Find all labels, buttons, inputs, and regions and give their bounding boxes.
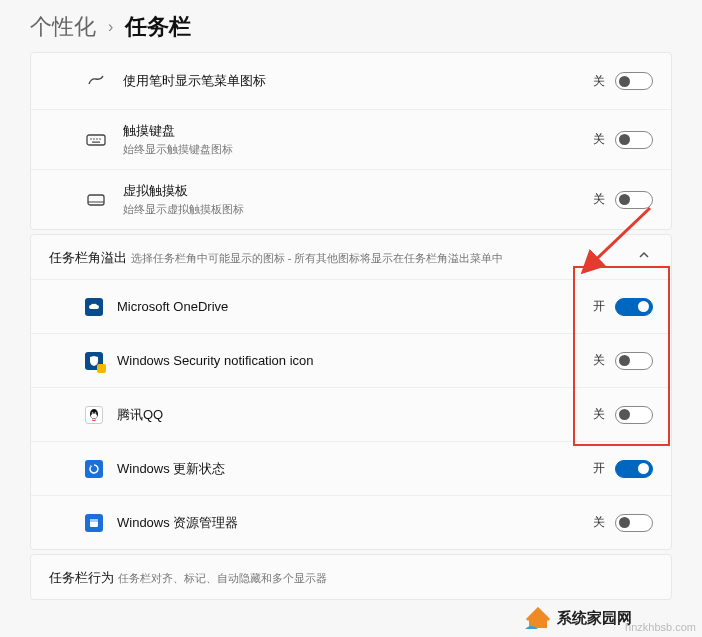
touchpad-icon <box>85 190 107 210</box>
pen-icon <box>85 71 107 91</box>
toggle-state-label: 关 <box>593 131 605 148</box>
watermark: hnzkhbsb.com <box>625 621 696 633</box>
touch-keyboard-toggle[interactable] <box>615 131 653 149</box>
behavior-header[interactable]: 任务栏行为 任务栏对齐、标记、自动隐藏和多个显示器 <box>31 555 671 599</box>
house-icon <box>525 607 551 629</box>
chevron-right-icon: › <box>108 18 113 36</box>
svg-point-2 <box>93 138 95 140</box>
row-title: 触摸键盘 <box>123 122 593 140</box>
toggle-state-label: 关 <box>593 191 605 208</box>
overflow-item-label: 腾讯QQ <box>117 406 593 424</box>
update-toggle[interactable] <box>615 460 653 478</box>
overflow-item-label: Microsoft OneDrive <box>117 299 593 314</box>
section-subtitle: 选择任务栏角中可能显示的图标 - 所有其他图标将显示在任务栏角溢出菜单中 <box>131 252 504 264</box>
onedrive-toggle[interactable] <box>615 298 653 316</box>
overflow-panel: 任务栏角溢出 选择任务栏角中可能显示的图标 - 所有其他图标将显示在任务栏角溢出… <box>30 234 672 550</box>
site-logo-text: 系统家园网 <box>557 609 632 628</box>
svg-point-10 <box>92 412 94 414</box>
pen-toggle[interactable] <box>615 72 653 90</box>
qq-toggle[interactable] <box>615 406 653 424</box>
row-title: 虚拟触摸板 <box>123 182 593 200</box>
toggle-state-label: 开 <box>593 298 605 315</box>
update-icon <box>85 460 103 478</box>
svg-point-1 <box>90 138 92 140</box>
explorer-icon <box>85 514 103 532</box>
svg-rect-0 <box>87 135 105 145</box>
security-toggle[interactable] <box>615 352 653 370</box>
site-logo: 系统家园网 <box>525 607 632 629</box>
svg-point-4 <box>99 138 101 140</box>
toggle-state-label: 关 <box>593 406 605 423</box>
explorer-toggle[interactable] <box>615 514 653 532</box>
overflow-item-security: Windows Security notification icon 关 <box>31 333 671 387</box>
corner-icons-panel: 使用笔时显示笔菜单图标 关 触摸键盘 始终显示触摸键盘图标 关 虚拟触摸板 始终… <box>30 52 672 230</box>
toggle-state-label: 开 <box>593 460 605 477</box>
overflow-item-label: Windows Security notification icon <box>117 353 593 368</box>
overflow-item-label: Windows 资源管理器 <box>117 514 593 532</box>
row-subtitle: 始终显示触摸键盘图标 <box>123 142 593 157</box>
overflow-item-explorer: Windows 资源管理器 关 <box>31 495 671 549</box>
toggle-state-label: 关 <box>593 514 605 531</box>
svg-point-9 <box>91 413 97 418</box>
overflow-item-update: Windows 更新状态 开 <box>31 441 671 495</box>
row-title: 使用笔时显示笔菜单图标 <box>123 72 593 90</box>
virtual-touchpad-toggle[interactable] <box>615 191 653 209</box>
section-title: 任务栏角溢出 <box>49 250 127 265</box>
row-subtitle: 始终显示虚拟触摸板图标 <box>123 202 593 217</box>
section-title: 任务栏行为 <box>49 570 114 585</box>
row-virtual-touchpad: 虚拟触摸板 始终显示虚拟触摸板图标 关 <box>31 169 671 229</box>
qq-icon <box>85 406 103 424</box>
row-pen-menu: 使用笔时显示笔菜单图标 关 <box>31 53 671 109</box>
breadcrumb-parent[interactable]: 个性化 <box>30 12 96 42</box>
svg-rect-13 <box>90 519 98 522</box>
row-touch-keyboard: 触摸键盘 始终显示触摸键盘图标 关 <box>31 109 671 169</box>
toggle-state-label: 关 <box>593 73 605 90</box>
svg-point-11 <box>95 412 97 414</box>
breadcrumb-current: 任务栏 <box>125 12 191 42</box>
toggle-state-label: 关 <box>593 352 605 369</box>
svg-rect-6 <box>88 195 104 205</box>
overflow-header[interactable]: 任务栏角溢出 选择任务栏角中可能显示的图标 - 所有其他图标将显示在任务栏角溢出… <box>31 235 671 279</box>
shield-icon <box>85 352 103 370</box>
behavior-panel[interactable]: 任务栏行为 任务栏对齐、标记、自动隐藏和多个显示器 <box>30 554 672 600</box>
section-subtitle: 任务栏对齐、标记、自动隐藏和多个显示器 <box>118 572 327 584</box>
overflow-item-qq: 腾讯QQ 关 <box>31 387 671 441</box>
keyboard-icon <box>85 130 107 150</box>
svg-point-3 <box>96 138 98 140</box>
chevron-up-icon[interactable] <box>635 249 653 261</box>
overflow-item-onedrive: Microsoft OneDrive 开 <box>31 279 671 333</box>
overflow-item-label: Windows 更新状态 <box>117 460 593 478</box>
breadcrumb: 个性化 › 任务栏 <box>0 0 702 52</box>
svg-rect-5 <box>92 141 100 142</box>
onedrive-icon <box>85 298 103 316</box>
